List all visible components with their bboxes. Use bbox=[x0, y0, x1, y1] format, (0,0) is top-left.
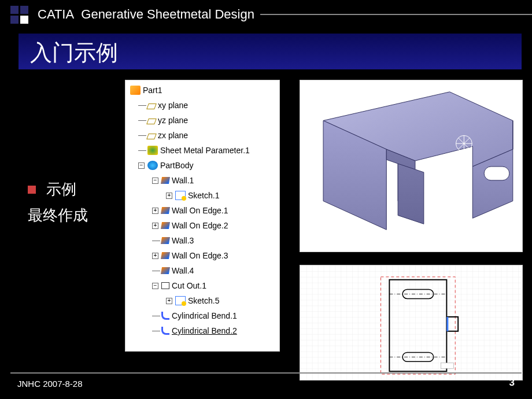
tree-label: yz plane bbox=[158, 116, 188, 125]
bend-icon bbox=[161, 312, 169, 320]
tree-item-wall[interactable]: + Wall On Edge.2 bbox=[127, 218, 278, 233]
logo bbox=[10, 6, 33, 24]
wall-icon bbox=[161, 252, 170, 259]
tree-item-body[interactable]: − PartBody bbox=[127, 158, 278, 173]
tree-item-bend[interactable]: Cylindrical Bend.1 bbox=[127, 308, 278, 323]
bullet-item: 最终作成 bbox=[28, 205, 88, 226]
tree-label: PartBody bbox=[160, 161, 194, 170]
body-icon bbox=[147, 161, 158, 170]
tree-item-wall[interactable]: + Wall On Edge.1 bbox=[127, 203, 278, 218]
tree-label: Cylindrical Bend.1 bbox=[172, 311, 237, 320]
bullet-item: 示例 bbox=[28, 179, 88, 200]
logo-icon bbox=[10, 6, 28, 24]
title-text: 入门示例 bbox=[30, 40, 118, 65]
tree-label: Wall.3 bbox=[172, 236, 194, 245]
bullet-label: 示例 bbox=[46, 179, 76, 200]
expand-icon[interactable]: + bbox=[152, 208, 158, 214]
tree-label: Part1 bbox=[143, 86, 162, 95]
wall-icon bbox=[161, 237, 170, 244]
tree-item-wall[interactable]: Wall.3 bbox=[127, 233, 278, 248]
tree-item-wall[interactable]: − Wall.1 bbox=[127, 173, 278, 188]
tree-label: Wall.4 bbox=[172, 266, 194, 275]
cutout-icon bbox=[161, 282, 169, 289]
tree-item-wall[interactable]: + Wall On Edge.3 bbox=[127, 248, 278, 263]
svg-rect-10 bbox=[441, 363, 453, 368]
collapse-icon[interactable]: − bbox=[152, 178, 158, 184]
wall-icon bbox=[161, 207, 170, 214]
tree-label: Cut Out.1 bbox=[172, 281, 206, 290]
wall-icon bbox=[161, 177, 170, 184]
tree-label: Sketch.1 bbox=[188, 191, 219, 200]
tree-item-bend[interactable]: Cylindrical Bend.2 bbox=[127, 323, 278, 338]
sketch-icon bbox=[175, 296, 186, 305]
params-icon bbox=[147, 146, 158, 155]
svg-rect-0 bbox=[484, 167, 509, 180]
bullet-list: 示例 最终作成 bbox=[28, 179, 88, 231]
tree-item-params[interactable]: Sheet Metal Parameter.1 bbox=[127, 143, 278, 158]
expand-icon[interactable]: + bbox=[166, 193, 172, 199]
tree-label: Wall On Edge.2 bbox=[172, 221, 228, 230]
expand-icon[interactable]: + bbox=[152, 223, 158, 229]
tree-item-wall[interactable]: Wall.4 bbox=[127, 263, 278, 278]
plane-icon bbox=[146, 119, 157, 124]
subtitle-label: Generative Sheetmetal Design bbox=[81, 7, 254, 21]
bullet-label: 最终作成 bbox=[28, 205, 88, 226]
model-render bbox=[300, 80, 522, 252]
expand-icon[interactable]: + bbox=[166, 298, 172, 304]
header-title: CATIA Generative Sheetmetal Design bbox=[38, 7, 254, 22]
expand-icon[interactable]: + bbox=[152, 253, 158, 259]
tree-item-plane[interactable]: xy plane bbox=[127, 98, 278, 113]
plane-icon bbox=[146, 104, 157, 109]
tree-item-plane[interactable]: zx plane bbox=[127, 128, 278, 143]
bend-icon bbox=[161, 327, 169, 335]
tree-label: Sketch.5 bbox=[188, 296, 219, 305]
bullet-icon bbox=[28, 186, 36, 194]
footer-info: JNHC 2007-8-28 bbox=[17, 379, 83, 389]
tree-item-sketch[interactable]: + Sketch.1 bbox=[127, 188, 278, 203]
tree-label: Cylindrical Bend.2 bbox=[172, 326, 237, 335]
plane-icon bbox=[146, 134, 157, 139]
sketch-icon bbox=[175, 191, 186, 200]
tree-label: Wall On Edge.3 bbox=[172, 251, 228, 260]
tree-label: zx plane bbox=[158, 131, 188, 140]
collapse-icon[interactable]: − bbox=[152, 283, 158, 289]
slide-title: 入门示例 bbox=[19, 34, 522, 69]
tree-root[interactable]: Part1 bbox=[127, 83, 278, 98]
svg-rect-9 bbox=[446, 317, 448, 331]
header-divider bbox=[260, 14, 532, 15]
tree-item-cutout[interactable]: − Cut Out.1 bbox=[127, 278, 278, 293]
wall-icon bbox=[161, 222, 170, 229]
page-number: 3 bbox=[509, 377, 515, 389]
part-icon bbox=[130, 86, 141, 95]
tree-label: Wall On Edge.1 bbox=[172, 206, 228, 215]
tree-label: Sheet Metal Parameter.1 bbox=[160, 146, 250, 155]
flat-pattern-view[interactable] bbox=[300, 265, 523, 380]
slide-header: CATIA Generative Sheetmetal Design bbox=[0, 0, 532, 29]
feature-tree: Part1 xy plane yz plane zx plane Sheet M… bbox=[125, 80, 280, 352]
tree-label: xy plane bbox=[158, 101, 188, 110]
model-view[interactable] bbox=[300, 80, 523, 252]
svg-rect-2 bbox=[301, 265, 522, 380]
wall-icon bbox=[161, 267, 170, 274]
tree-label: Wall.1 bbox=[172, 176, 194, 185]
flat-pattern-render bbox=[300, 265, 522, 380]
brand-label: CATIA bbox=[38, 7, 74, 21]
tree-item-plane[interactable]: yz plane bbox=[127, 113, 278, 128]
collapse-icon[interactable]: − bbox=[138, 162, 145, 169]
tree-item-sketch[interactable]: + Sketch.5 bbox=[127, 293, 278, 308]
footer-divider bbox=[10, 372, 522, 374]
